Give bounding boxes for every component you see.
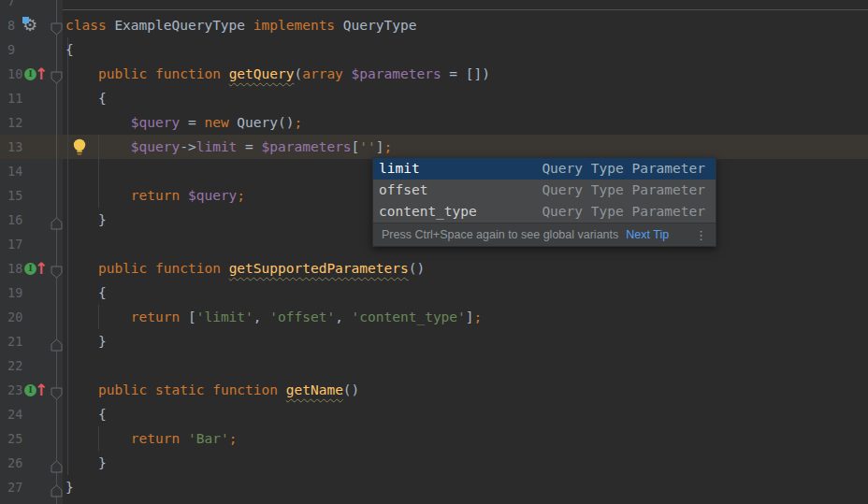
implementing-method-icon[interactable]: I↑ <box>22 378 45 402</box>
editor-lines: 78⚙class ExampleQueryType implements Que… <box>0 0 868 504</box>
code-line-text[interactable]: return ['limit', 'offset', 'content_type… <box>65 305 482 329</box>
implementing-method-icon[interactable]: I↑ <box>22 256 45 281</box>
blue-square-badge <box>22 17 29 23</box>
code-line-text[interactable]: { <box>65 281 107 305</box>
completion-popup: limit Query Type Parameter offset Query … <box>372 157 716 247</box>
line-number: 22 <box>7 353 22 378</box>
line-number: 11 <box>7 86 22 110</box>
editor-line <box>0 499 868 504</box>
completion-type: Query Type Parameter <box>542 158 705 180</box>
line-number: 13 <box>7 135 22 159</box>
line-number: 10 <box>7 62 22 86</box>
completion-label: limit <box>379 158 420 180</box>
code-line-text[interactable]: public function getQuery(array $paramete… <box>65 62 490 86</box>
editor-line: 25 return 'Bar'; <box>0 426 868 451</box>
fold-start-icon[interactable] <box>51 383 63 396</box>
line-number: 16 <box>7 208 22 232</box>
code-line-text[interactable]: $query = new Query(); <box>65 110 302 135</box>
editor-line: 27} <box>0 475 868 499</box>
editor-line: 7 <box>0 0 868 13</box>
code-line-text[interactable]: } <box>65 475 74 499</box>
line-number: 15 <box>7 183 22 208</box>
line-number: 25 <box>7 426 22 451</box>
editor-line: 26 } <box>0 451 868 475</box>
editor-line: 9{ <box>0 37 868 62</box>
next-tip-link[interactable]: Next Tip <box>626 228 669 241</box>
completion-label: offset <box>379 180 427 201</box>
code-line-text[interactable]: } <box>65 451 107 475</box>
more-options-icon[interactable]: ⋮ <box>695 228 707 242</box>
line-number: 18 <box>7 256 22 281</box>
code-editor: 78⚙class ExampleQueryType implements Que… <box>0 0 868 504</box>
line-number: 8 <box>7 13 15 37</box>
line-number: 19 <box>7 281 22 305</box>
fold-end-icon[interactable] <box>51 456 63 469</box>
completion-type: Query Type Parameter <box>542 180 705 201</box>
line-number: 9 <box>7 37 15 62</box>
editor-line: 8⚙class ExampleQueryType implements Quer… <box>0 13 868 37</box>
line-number: 21 <box>7 329 22 353</box>
line-number: 17 <box>7 232 22 256</box>
code-line-text[interactable]: { <box>65 402 107 426</box>
code-line-text[interactable]: { <box>65 86 107 110</box>
code-line-text[interactable]: class ExampleQueryType implements QueryT… <box>65 13 416 37</box>
completion-item-limit[interactable]: limit Query Type Parameter <box>373 158 716 180</box>
editor-line: 12 $query = new Query(); <box>0 110 868 135</box>
code-line-text[interactable]: public static function getName() <box>65 378 359 402</box>
code-line-text[interactable]: } <box>65 329 107 353</box>
editor-line: 24 { <box>0 402 868 426</box>
line-number: 26 <box>7 451 22 475</box>
completion-label: content_type <box>379 201 477 223</box>
line-number: 23 <box>7 378 22 402</box>
fold-start-icon[interactable] <box>51 262 63 275</box>
completion-type: Query Type Parameter <box>542 201 705 223</box>
fold-end-icon[interactable] <box>51 335 63 348</box>
fold-start-icon[interactable] <box>51 19 63 32</box>
line-number: 7 <box>7 0 15 13</box>
line-number: 24 <box>7 402 22 426</box>
editor-line: 11 { <box>0 86 868 110</box>
editor-line: 23I↑ public static function getName() <box>0 378 868 402</box>
code-line-text[interactable]: return 'Bar'; <box>65 426 237 451</box>
line-number: 14 <box>7 159 22 183</box>
editor-line: 13 $query->limit = $parameters['']; <box>0 135 868 159</box>
gear-icon[interactable]: ⚙ <box>22 13 45 37</box>
code-line-text[interactable]: { <box>65 37 74 62</box>
completion-item-offset[interactable]: offset Query Type Parameter <box>373 180 716 201</box>
completion-popup-footer: Press Ctrl+Space again to see global var… <box>373 223 716 246</box>
fold-end-icon[interactable] <box>51 213 63 226</box>
line-number: 20 <box>7 305 22 329</box>
code-line-text[interactable]: public function getSupportedParameters() <box>65 256 425 281</box>
completion-hint-text: Press Ctrl+Space again to see global var… <box>382 228 618 241</box>
fold-end-icon[interactable] <box>51 481 63 494</box>
completion-item-content-type[interactable]: content_type Query Type Parameter <box>373 201 716 223</box>
code-line-text[interactable]: } <box>65 208 107 232</box>
code-line-text[interactable]: $query->limit = $parameters['']; <box>65 135 392 159</box>
fold-start-icon[interactable] <box>51 67 63 80</box>
line-number: 12 <box>7 110 22 135</box>
implementing-method-icon[interactable]: I↑ <box>22 62 45 86</box>
editor-line: 22 <box>0 353 868 378</box>
editor-line: 10I↑ public function getQuery(array $par… <box>0 62 868 86</box>
code-line-text[interactable]: return $query; <box>65 183 245 208</box>
editor-line: 19 { <box>0 281 868 305</box>
line-number: 27 <box>7 475 22 499</box>
editor-line: 20 return ['limit', 'offset', 'content_t… <box>0 305 868 329</box>
editor-line: 18I↑ public function getSupportedParamet… <box>0 256 868 281</box>
editor-line: 21 } <box>0 329 868 353</box>
